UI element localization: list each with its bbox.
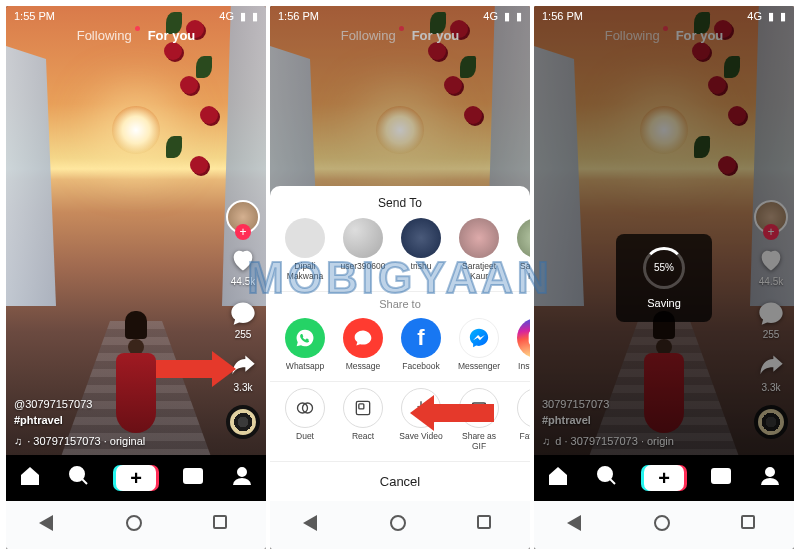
follow-plus-icon[interactable]: + bbox=[235, 224, 251, 240]
contacts-row[interactable]: Dipali Makwana user390600 trishu Saratje… bbox=[270, 218, 530, 291]
action-react[interactable]: React bbox=[338, 388, 388, 451]
nav-discover[interactable] bbox=[67, 464, 91, 492]
android-recents[interactable] bbox=[741, 515, 761, 535]
svg-rect-9 bbox=[359, 404, 364, 409]
plus-icon: + bbox=[658, 468, 670, 488]
share-instagram[interactable]: Instagram bbox=[512, 318, 530, 371]
svg-rect-1 bbox=[184, 469, 202, 483]
status-bar: 1:55 PM 4G ▮ ▮ bbox=[6, 6, 266, 26]
android-home[interactable] bbox=[126, 515, 146, 535]
like-count: 44.5k bbox=[231, 276, 255, 287]
avatar-placeholder-icon bbox=[285, 218, 325, 258]
avatar-icon bbox=[459, 218, 499, 258]
svg-point-14 bbox=[766, 468, 774, 476]
recents-square-icon bbox=[741, 515, 755, 529]
contact-chip[interactable]: Saratjeet Kaur bbox=[512, 218, 530, 281]
android-back[interactable] bbox=[567, 515, 587, 535]
battery-icon: ▮ bbox=[780, 10, 786, 23]
search-icon bbox=[595, 464, 619, 488]
message-icon bbox=[343, 318, 383, 358]
android-recents[interactable] bbox=[213, 515, 233, 535]
android-nav-bar bbox=[6, 501, 266, 549]
svg-point-2 bbox=[238, 468, 246, 476]
bookmark-icon bbox=[517, 388, 530, 428]
nav-inbox[interactable] bbox=[709, 464, 733, 492]
battery-icon: ▮ bbox=[516, 10, 522, 23]
home-circle-icon bbox=[390, 515, 406, 531]
like-button[interactable]: 44.5k bbox=[229, 246, 257, 287]
nav-home[interactable] bbox=[18, 464, 42, 492]
avatar-icon bbox=[401, 218, 441, 258]
back-triangle-icon bbox=[567, 515, 581, 531]
share-messenger[interactable]: Messenger bbox=[454, 318, 504, 371]
action-rail: + 44.5k 255 3.3k bbox=[226, 200, 260, 439]
progress-percent: 55% bbox=[646, 250, 682, 286]
contact-chip[interactable]: user390600 bbox=[338, 218, 388, 281]
annotation-arrow-save bbox=[410, 395, 494, 431]
author-handle[interactable]: @30797157073 bbox=[14, 396, 145, 413]
android-home[interactable] bbox=[654, 515, 674, 535]
messenger-icon bbox=[459, 318, 499, 358]
hashtag[interactable]: #phtravel bbox=[14, 412, 145, 429]
instagram-icon bbox=[517, 318, 530, 358]
author-avatar[interactable]: + bbox=[226, 200, 260, 234]
signal-icon: ▮ bbox=[768, 10, 774, 23]
whatsapp-icon bbox=[285, 318, 325, 358]
network-label: 4G bbox=[219, 10, 234, 22]
contact-chip[interactable]: Dipali Makwana bbox=[280, 218, 330, 281]
platforms-row[interactable]: Whatsapp Message fFacebook Messenger Ins… bbox=[270, 318, 530, 381]
tab-following[interactable]: Following bbox=[77, 28, 132, 43]
comment-button[interactable]: 255 bbox=[229, 299, 257, 340]
clock: 1:55 PM bbox=[14, 10, 55, 22]
svg-rect-3 bbox=[530, 330, 531, 345]
nav-create[interactable]: + bbox=[116, 465, 156, 491]
recents-square-icon bbox=[477, 515, 491, 529]
avatar-icon bbox=[517, 218, 530, 258]
music-marquee[interactable]: ♫ · 30797157073 · original bbox=[14, 433, 145, 450]
comment-count: 255 bbox=[235, 329, 252, 340]
contact-chip[interactable]: Saratjeet Kaur bbox=[454, 218, 504, 281]
notification-dot-icon bbox=[135, 26, 140, 31]
android-recents[interactable] bbox=[477, 515, 497, 535]
action-duet[interactable]: Duet bbox=[280, 388, 330, 451]
duet-icon bbox=[285, 388, 325, 428]
saving-progress: 55% Saving bbox=[616, 234, 712, 322]
saving-label: Saving bbox=[647, 297, 681, 309]
feed-tabs: Following For you bbox=[6, 28, 266, 43]
signal-icon: ▮ bbox=[504, 10, 510, 23]
nav-profile[interactable] bbox=[758, 464, 782, 492]
home-icon bbox=[18, 464, 42, 488]
action-favorites[interactable]: Favorites bbox=[512, 388, 530, 451]
svg-point-12 bbox=[598, 467, 612, 481]
send-to-heading: Send To bbox=[270, 196, 530, 210]
clock: 1:56 PM bbox=[542, 10, 583, 22]
network-label: 4G bbox=[483, 10, 498, 22]
contact-chip[interactable]: trishu bbox=[396, 218, 446, 281]
search-icon bbox=[67, 464, 91, 488]
nav-home[interactable] bbox=[546, 464, 570, 492]
clock: 1:56 PM bbox=[278, 10, 319, 22]
share-whatsapp[interactable]: Whatsapp bbox=[280, 318, 330, 371]
cancel-button[interactable]: Cancel bbox=[270, 461, 530, 501]
android-back[interactable] bbox=[303, 515, 323, 535]
react-icon bbox=[343, 388, 383, 428]
android-home[interactable] bbox=[390, 515, 410, 535]
nav-inbox[interactable] bbox=[181, 464, 205, 492]
share-message[interactable]: Message bbox=[338, 318, 388, 371]
android-nav-bar bbox=[270, 501, 530, 549]
share-sheet: Send To Dipali Makwana user390600 trishu… bbox=[270, 186, 530, 501]
nav-discover[interactable] bbox=[595, 464, 619, 492]
svg-rect-13 bbox=[712, 469, 730, 483]
plus-icon: + bbox=[130, 468, 142, 488]
android-back[interactable] bbox=[39, 515, 59, 535]
inbox-icon bbox=[181, 464, 205, 488]
home-icon bbox=[546, 464, 570, 488]
nav-create[interactable]: + bbox=[644, 465, 684, 491]
status-bar: 1:56 PM 4G ▮ ▮ bbox=[534, 6, 794, 26]
share-facebook[interactable]: fFacebook bbox=[396, 318, 446, 371]
app-bottom-bar: + bbox=[534, 455, 794, 501]
sound-disc[interactable] bbox=[226, 405, 260, 439]
nav-profile[interactable] bbox=[230, 464, 254, 492]
profile-icon bbox=[758, 464, 782, 488]
tab-for-you[interactable]: For you bbox=[148, 28, 196, 43]
